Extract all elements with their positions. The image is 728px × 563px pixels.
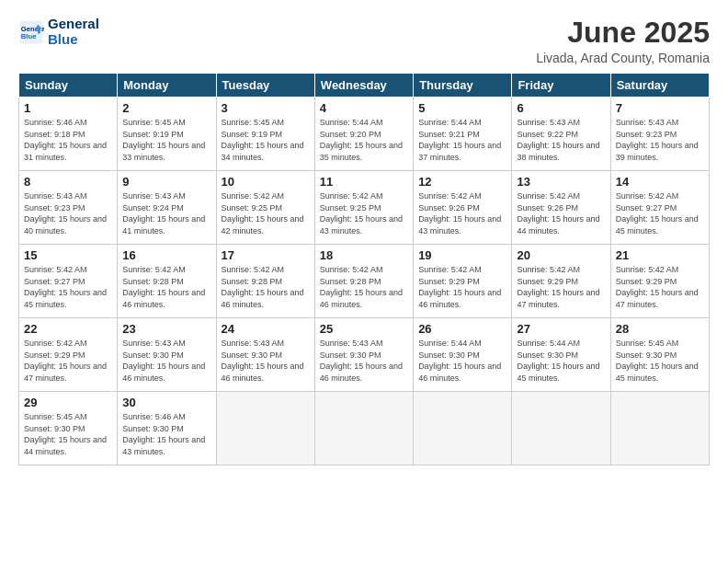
day-number: 9 — [122, 175, 210, 189]
calendar-cell: 5 Sunrise: 5:44 AM Sunset: 9:21 PM Dayli… — [414, 98, 512, 171]
calendar-cell — [314, 392, 413, 465]
day-info: Sunrise: 5:43 AM Sunset: 9:23 PM Dayligh… — [616, 117, 704, 163]
day-info: Sunrise: 5:42 AM Sunset: 9:29 PM Dayligh… — [517, 264, 605, 310]
day-info: Sunrise: 5:42 AM Sunset: 9:26 PM Dayligh… — [517, 190, 605, 236]
day-number: 25 — [320, 322, 408, 336]
calendar-cell — [216, 392, 314, 465]
day-number: 4 — [320, 101, 408, 115]
calendar-cell: 17 Sunrise: 5:42 AM Sunset: 9:28 PM Dayl… — [216, 245, 314, 318]
day-number: 20 — [517, 248, 605, 262]
day-number: 1 — [24, 101, 112, 115]
calendar-cell: 6 Sunrise: 5:43 AM Sunset: 9:22 PM Dayli… — [512, 98, 610, 171]
day-number: 15 — [24, 248, 112, 262]
weekday-header-row: SundayMondayTuesdayWednesdayThursdayFrid… — [19, 74, 710, 98]
calendar-cell: 22 Sunrise: 5:42 AM Sunset: 9:29 PM Dayl… — [19, 318, 118, 392]
day-number: 26 — [418, 322, 506, 336]
day-number: 6 — [517, 101, 605, 115]
calendar-cell: 15 Sunrise: 5:42 AM Sunset: 9:27 PM Dayl… — [19, 245, 118, 318]
day-info: Sunrise: 5:45 AM Sunset: 9:30 PM Dayligh… — [616, 338, 704, 384]
day-number: 8 — [24, 175, 112, 189]
day-info: Sunrise: 5:45 AM Sunset: 9:30 PM Dayligh… — [24, 411, 112, 457]
calendar-table: SundayMondayTuesdayWednesdayThursdayFrid… — [18, 73, 710, 465]
day-number: 24 — [222, 322, 310, 336]
day-info: Sunrise: 5:42 AM Sunset: 9:25 PM Dayligh… — [222, 190, 310, 236]
calendar-cell: 7 Sunrise: 5:43 AM Sunset: 9:23 PM Dayli… — [610, 98, 709, 171]
calendar-cell: 26 Sunrise: 5:44 AM Sunset: 9:30 PM Dayl… — [414, 318, 512, 392]
calendar-cell: 1 Sunrise: 5:46 AM Sunset: 9:18 PM Dayli… — [19, 98, 118, 171]
calendar-cell: 24 Sunrise: 5:43 AM Sunset: 9:30 PM Dayl… — [216, 318, 314, 392]
logo-icon: General Blue — [18, 19, 44, 45]
day-info: Sunrise: 5:42 AM Sunset: 9:28 PM Dayligh… — [320, 264, 408, 310]
day-info: Sunrise: 5:44 AM Sunset: 9:30 PM Dayligh… — [418, 338, 506, 384]
logo-text: General Blue — [48, 17, 99, 47]
week-row-4: 22 Sunrise: 5:42 AM Sunset: 9:29 PM Dayl… — [19, 318, 710, 392]
day-info: Sunrise: 5:43 AM Sunset: 9:30 PM Dayligh… — [320, 338, 408, 384]
day-info: Sunrise: 5:43 AM Sunset: 9:30 PM Dayligh… — [222, 338, 310, 384]
day-number: 2 — [122, 101, 210, 115]
day-info: Sunrise: 5:42 AM Sunset: 9:29 PM Dayligh… — [418, 264, 506, 310]
calendar-cell: 25 Sunrise: 5:43 AM Sunset: 9:30 PM Dayl… — [314, 318, 413, 392]
calendar-cell — [512, 392, 610, 465]
day-info: Sunrise: 5:42 AM Sunset: 9:27 PM Dayligh… — [24, 264, 112, 310]
day-number: 3 — [222, 101, 310, 115]
week-row-2: 8 Sunrise: 5:43 AM Sunset: 9:23 PM Dayli… — [19, 171, 710, 245]
calendar-cell: 19 Sunrise: 5:42 AM Sunset: 9:29 PM Dayl… — [414, 245, 512, 318]
svg-text:General: General — [21, 24, 44, 32]
day-number: 14 — [616, 175, 704, 189]
day-info: Sunrise: 5:43 AM Sunset: 9:23 PM Dayligh… — [24, 190, 112, 236]
calendar-cell: 16 Sunrise: 5:42 AM Sunset: 9:28 PM Dayl… — [118, 245, 216, 318]
day-info: Sunrise: 5:43 AM Sunset: 9:30 PM Dayligh… — [122, 338, 210, 384]
calendar-cell: 28 Sunrise: 5:45 AM Sunset: 9:30 PM Dayl… — [610, 318, 709, 392]
weekday-header-wednesday: Wednesday — [314, 74, 413, 98]
day-number: 11 — [320, 175, 408, 189]
week-row-3: 15 Sunrise: 5:42 AM Sunset: 9:27 PM Dayl… — [19, 245, 710, 318]
calendar-cell — [610, 392, 709, 465]
day-number: 5 — [418, 101, 506, 115]
day-info: Sunrise: 5:42 AM Sunset: 9:28 PM Dayligh… — [122, 264, 210, 310]
day-info: Sunrise: 5:46 AM Sunset: 9:18 PM Dayligh… — [24, 117, 112, 163]
weekday-header-saturday: Saturday — [610, 74, 709, 98]
day-number: 28 — [616, 322, 704, 336]
calendar-cell: 29 Sunrise: 5:45 AM Sunset: 9:30 PM Dayl… — [19, 392, 118, 465]
calendar-cell: 18 Sunrise: 5:42 AM Sunset: 9:28 PM Dayl… — [314, 245, 413, 318]
day-number: 18 — [320, 248, 408, 262]
day-info: Sunrise: 5:43 AM Sunset: 9:24 PM Dayligh… — [122, 190, 210, 236]
day-number: 10 — [222, 175, 310, 189]
week-row-5: 29 Sunrise: 5:45 AM Sunset: 9:30 PM Dayl… — [19, 392, 710, 465]
calendar-cell: 2 Sunrise: 5:45 AM Sunset: 9:19 PM Dayli… — [118, 98, 216, 171]
day-number: 27 — [517, 322, 605, 336]
calendar-cell: 13 Sunrise: 5:42 AM Sunset: 9:26 PM Dayl… — [512, 171, 610, 245]
day-info: Sunrise: 5:42 AM Sunset: 9:27 PM Dayligh… — [616, 190, 704, 236]
weekday-header-monday: Monday — [118, 74, 216, 98]
weekday-header-sunday: Sunday — [19, 74, 118, 98]
weekday-header-friday: Friday — [512, 74, 610, 98]
calendar-cell: 8 Sunrise: 5:43 AM Sunset: 9:23 PM Dayli… — [19, 171, 118, 245]
day-number: 29 — [24, 396, 112, 409]
calendar-cell: 30 Sunrise: 5:46 AM Sunset: 9:30 PM Dayl… — [118, 392, 216, 465]
calendar-title: June 2025 — [536, 17, 710, 49]
day-info: Sunrise: 5:45 AM Sunset: 9:19 PM Dayligh… — [122, 117, 210, 163]
calendar-cell: 9 Sunrise: 5:43 AM Sunset: 9:24 PM Dayli… — [118, 171, 216, 245]
day-info: Sunrise: 5:43 AM Sunset: 9:22 PM Dayligh… — [517, 117, 605, 163]
day-number: 23 — [122, 322, 210, 336]
day-number: 19 — [418, 248, 506, 262]
day-info: Sunrise: 5:42 AM Sunset: 9:28 PM Dayligh… — [222, 264, 310, 310]
header: General Blue General Blue June 2025 Liva… — [18, 17, 710, 65]
day-number: 22 — [24, 322, 112, 336]
day-info: Sunrise: 5:45 AM Sunset: 9:19 PM Dayligh… — [222, 117, 310, 163]
day-info: Sunrise: 5:46 AM Sunset: 9:30 PM Dayligh… — [122, 411, 210, 457]
day-number: 30 — [122, 396, 210, 409]
weekday-header-thursday: Thursday — [414, 74, 512, 98]
day-number: 21 — [616, 248, 704, 262]
day-number: 16 — [122, 248, 210, 262]
calendar-cell: 12 Sunrise: 5:42 AM Sunset: 9:26 PM Dayl… — [414, 171, 512, 245]
svg-text:Blue: Blue — [21, 32, 37, 40]
day-number: 17 — [222, 248, 310, 262]
week-row-1: 1 Sunrise: 5:46 AM Sunset: 9:18 PM Dayli… — [19, 98, 710, 171]
calendar-cell: 4 Sunrise: 5:44 AM Sunset: 9:20 PM Dayli… — [314, 98, 413, 171]
calendar-page: General Blue General Blue June 2025 Liva… — [0, 0, 728, 563]
day-info: Sunrise: 5:44 AM Sunset: 9:30 PM Dayligh… — [517, 338, 605, 384]
calendar-cell — [414, 392, 512, 465]
title-area: June 2025 Livada, Arad County, Romania — [536, 17, 710, 65]
calendar-cell: 21 Sunrise: 5:42 AM Sunset: 9:29 PM Dayl… — [610, 245, 709, 318]
